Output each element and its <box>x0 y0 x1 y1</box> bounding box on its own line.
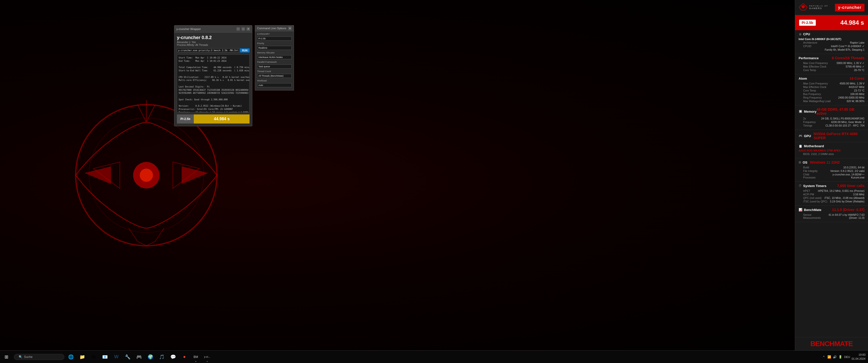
bm-atom-section: Atom 16 Cores Max Core Frequency 4500.00… <box>795 74 868 105</box>
output-line-7: CPU Utilization: 2117.09 % + 0.42 % kern… <box>179 76 248 79</box>
bm-os-section: ⊞ OS Windows 11 22H2 Build 10.0.22631, 6… <box>795 158 868 182</box>
cmdoptions-title: Command Line Options ✕ <box>255 26 294 31</box>
system-tray: ^ 📶 🔊 🔋 <box>822 355 843 359</box>
taskbar-search-box[interactable]: 🔍 Suche <box>14 354 64 360</box>
qpc-label: QPC (not used) <box>799 196 822 199</box>
itsc-label: iTSC (used by QPC) <box>799 200 827 203</box>
bm-os-build-row: Build 10.0.22631, 64 bit <box>799 166 865 169</box>
acpi-value: 3.58 MHz <box>853 193 865 196</box>
output-line-15 <box>179 101 248 105</box>
thread-count-select[interactable]: All Threads (BenchMate) <box>257 74 292 78</box>
taskbar: ⊞ 🔍 Suche 🌐 📁 🛍 📧 W 🔧 🎮 🌍 🎵 💬 ● BM y-cr.… <box>0 351 868 363</box>
bm-itsc-row: iTSC (used by QPC) 3.19 GHz by Driver (R… <box>799 200 865 203</box>
sensor-value: 41 in 64.07 s by HWiNFO 7.63 (Driver: 11… <box>824 213 865 219</box>
output-line-13 <box>179 95 248 98</box>
bm-max-core-freq-row: Max Core Frequency 5900.00 MHz, 1.35 V ✓ <box>799 62 865 65</box>
language-indicator: DEU <box>844 356 850 359</box>
hpet-label: HPET <box>799 189 810 192</box>
taskbar-edge[interactable]: 🌐 <box>65 352 76 363</box>
ycruncher-window: y-cruncher Wrapper ─ □ ✕ y-cruncher 0.8.… <box>174 25 252 126</box>
bm-max-eff-clock-row: Max Effective Clock 5799.49 MHz ✓ <box>799 65 865 68</box>
cmdoptions-close[interactable]: ✕ <box>288 27 292 30</box>
option-workload: Workload Auto <box>257 79 292 87</box>
close-button[interactable]: ✕ <box>247 27 250 31</box>
taskbar-app1[interactable]: 🔧 <box>122 352 133 363</box>
taskbar-chrome[interactable]: ● <box>179 352 190 363</box>
output-line-18: Topology: 32 threads / 24 cores / 1 sock… <box>179 111 248 112</box>
timers-title: System Timers <box>803 184 826 188</box>
mem-freq-value: 4200.00 MHz, Gear Mode: 2 <box>831 121 865 124</box>
taskbar-app2[interactable]: 🎮 <box>133 352 145 363</box>
mem-freq-label: Frequency <box>799 121 816 124</box>
run-button[interactable]: RUN <box>240 48 250 53</box>
bm-atom-header: Atom 16 Cores <box>799 76 865 80</box>
clock-date: 01.04.2024 <box>851 357 866 361</box>
taskbar-store[interactable]: 🛍 <box>88 352 99 363</box>
output-terminal: Start Time: Mon Apr 1 10:00:22 2024 End … <box>177 55 250 112</box>
taskbar-benchmate[interactable]: BM <box>190 352 202 363</box>
taskbar-app5[interactable]: 💬 <box>167 352 179 363</box>
taskbar-app4[interactable]: 🎵 <box>156 352 167 363</box>
output-line-1: Start Time: Mon Apr 1 10:00:22 2024 <box>179 56 248 60</box>
bm-sensor-row: Sensor Measurements 41 in 64.07 s by HWi… <box>799 213 865 219</box>
taskbar-file-explorer[interactable]: 📁 <box>77 352 88 363</box>
bus-freq-label: Bus Frequency <box>799 93 821 96</box>
output-line-6 <box>179 72 248 76</box>
command-input[interactable] <box>177 48 239 53</box>
bm-mem-header: 🔲 Memory 48 GB DDR5, 47.85 GB active <box>799 107 865 116</box>
os-build-label: Build <box>799 166 809 169</box>
taskbar-mail[interactable]: 📧 <box>99 352 111 363</box>
minimize-button[interactable]: ─ <box>237 27 240 31</box>
atom-core-temp-label: Core Temp <box>799 89 816 92</box>
bm-os-integrity-row: File Integrity Version: 0.8.2.9522, 2/2 … <box>799 169 865 172</box>
bm-core-temp-row: Core Temp 20-79 °C <box>799 69 865 72</box>
gpu-title: GPU <box>804 134 811 138</box>
option-memory-allocator: Memory Allocator Interleave NUMA Nodes <box>257 52 292 59</box>
max-wattage-value: 320 W, 88.90% <box>846 100 865 103</box>
bm-hpet-row: HPET HPET64, 19.2 MHz, 0.001 ms (Precise… <box>799 189 865 192</box>
cmdoptions-panel: Command Line Options ✕ CATEGORY Pi-2.5b … <box>255 25 294 91</box>
motherboard-icon: 📋 <box>799 144 802 148</box>
bm-result-header: Pi-2.5b 44.984 s <box>795 15 868 30</box>
bm-timers-header: ⏱ System Timers 7,655 timer calls <box>799 184 865 188</box>
bm-mb-header: 📋 Motherboard <box>799 144 865 148</box>
taskbar-ycruncher[interactable]: y-cr... <box>202 352 213 363</box>
category-select[interactable]: Pi-2.5b <box>257 37 292 41</box>
memory-title: Memory <box>804 110 816 113</box>
search-label: Suche <box>24 355 33 359</box>
os-build-value: 10.0.22631, 64 bit <box>843 166 865 169</box>
bm-gpu-section: 🎮 GPU NVIDIA GeForce RTX 4080 SUPER <box>795 130 868 142</box>
rog-text: REPUBLIC OF GAMERS <box>809 5 828 10</box>
output-line-5: Start-to-End Wall Time: 61.228 seconds (… <box>179 69 248 72</box>
app-author: Alexander J. Yee Process Affinity: All T… <box>177 41 250 46</box>
bm-qpc-row: QPC (not used) iTSC, 10 MHz, -0.08 ms (A… <box>799 196 865 199</box>
output-line-17: Processor(s): Intel(R) Core(TM) i9-14900… <box>179 108 248 111</box>
taskbar-word[interactable]: W <box>111 352 122 363</box>
window-title-text: y-cruncher Wrapper <box>176 28 237 31</box>
taskbar-pinned-apps: 🌐 📁 🛍 📧 W 🔧 🎮 🌍 🎵 💬 ● BM y-cr... <box>65 352 213 363</box>
network-icon: 📶 <box>827 355 832 359</box>
max-wattage-label: Max Wattage/Avg Load <box>799 100 831 103</box>
output-line-3 <box>179 63 248 66</box>
perf-subtitle: 8 Cores/16 Threads <box>832 56 865 60</box>
result-bar: Pi-2.5b 44.984 s <box>177 114 250 124</box>
child-proc-label: Child Processes <box>799 173 821 179</box>
workload-select[interactable]: Auto <box>257 83 292 87</box>
cpu-family-label <box>799 48 803 51</box>
bm-cpu-title: 🖥 CPU <box>799 32 865 36</box>
bm-os-header: ⊞ OS Windows 11 22H2 <box>799 160 865 164</box>
taskbar-app3[interactable]: 🌍 <box>145 352 156 363</box>
bm-bm-subtitle: 11.1.0 (Driver: 0.37) <box>832 208 865 212</box>
volume-icon: 🔊 <box>833 355 837 359</box>
start-button[interactable]: ⊞ <box>0 351 12 363</box>
maximize-button[interactable]: □ <box>242 27 245 31</box>
benchmate-logo: BENCHMATE <box>799 340 865 348</box>
mb-name: ASUS ROG MAXIMUS Z790 APEX <box>799 149 840 152</box>
atom-core-freq-label: Max Core Frequency <box>799 82 828 85</box>
parallel-framework-select[interactable]: Task queue <box>257 65 292 69</box>
core-temp-value: 20-79 °C <box>854 69 865 72</box>
priority-select[interactable]: Realtime <box>257 46 292 50</box>
bm-bus-freq-row: Bus Frequency 100.00 MHz <box>799 93 865 96</box>
memory-allocator-select[interactable]: Interleave NUMA Nodes <box>257 55 292 59</box>
atom-title: Atom <box>799 77 807 80</box>
